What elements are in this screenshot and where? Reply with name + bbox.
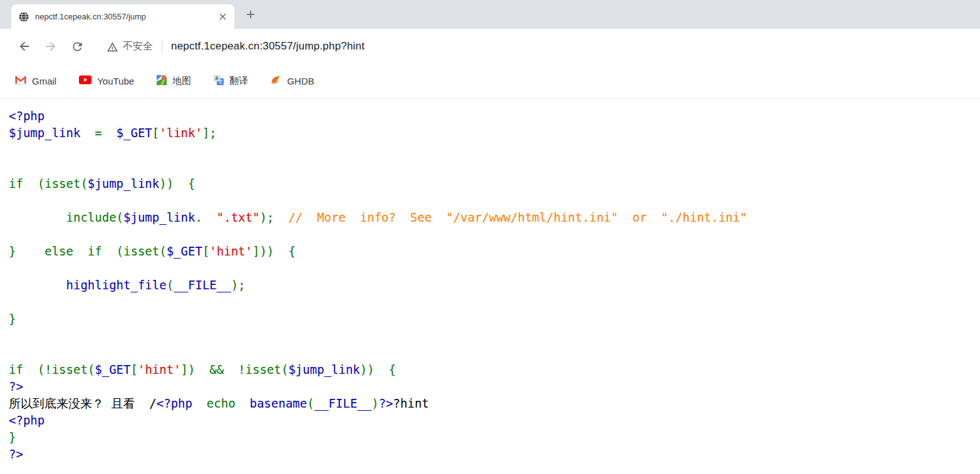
page-content: <?php$jump_link = $_GET['link']; if (iss…	[0, 99, 980, 463]
code-line	[9, 158, 980, 175]
bookmarks-bar: Gmail YouTube 地图	[0, 64, 980, 99]
browser-tab[interactable]: nepctf.1cepeak.cn:30557/jump	[11, 4, 234, 29]
code-line: ?>	[9, 446, 980, 463]
omnibox-separator	[162, 39, 162, 53]
code-line: }	[9, 311, 980, 327]
maps-icon	[157, 75, 167, 88]
gmail-icon	[15, 76, 26, 87]
ghdb-icon	[271, 75, 281, 87]
url-text: nepctf.1cepeak.cn:30557/jump.php?hint	[171, 40, 365, 53]
bookmark-label: Gmail	[32, 76, 56, 86]
bookmark-gmail[interactable]: Gmail	[15, 76, 56, 87]
code-line: if (isset($jump_link)) {	[9, 175, 980, 192]
bookmark-translate[interactable]: 翻译	[214, 75, 248, 88]
navigation-toolbar: 不安全 nepctf.1cepeak.cn:30557/jump.php?hin…	[0, 29, 980, 64]
translate-icon	[214, 75, 224, 88]
code-line: }	[9, 429, 980, 446]
reload-button[interactable]	[64, 33, 90, 59]
code-line	[9, 294, 980, 311]
tab-title: nepctf.1cepeak.cn:30557/jump	[35, 12, 217, 21]
bookmark-ghdb[interactable]: GHDB	[271, 75, 314, 87]
code-line: <?php	[9, 108, 980, 125]
code-line: include($jump_link. ".txt"); // More inf…	[9, 209, 980, 226]
code-line	[9, 260, 980, 277]
address-bar[interactable]: 不安全 nepctf.1cepeak.cn:30557/jump.php?hin…	[107, 39, 980, 53]
tab-strip: nepctf.1cepeak.cn:30557/jump	[0, 0, 980, 29]
bookmark-maps[interactable]: 地图	[157, 75, 191, 88]
youtube-icon	[79, 75, 91, 87]
code-line: <?php	[9, 412, 980, 429]
new-tab-button[interactable]	[242, 6, 259, 23]
globe-favicon-icon	[19, 12, 29, 22]
warning-triangle-icon	[107, 41, 118, 52]
code-line: ?>	[9, 378, 980, 395]
bookmark-label: YouTube	[97, 76, 134, 86]
code-line	[9, 142, 980, 158]
code-line	[9, 192, 980, 209]
code-line	[9, 327, 980, 344]
tab-close-icon[interactable]	[217, 11, 228, 23]
code-line: $jump_link = $_GET['link'];	[9, 125, 980, 142]
bookmark-label: 地图	[172, 75, 191, 87]
forward-button[interactable]	[38, 33, 64, 59]
bookmark-label: GHDB	[287, 76, 314, 86]
back-button[interactable]	[11, 33, 38, 59]
code-line	[9, 344, 980, 361]
security-label: 不安全	[123, 40, 153, 53]
code-line: highlight_file(__FILE__);	[9, 277, 980, 294]
bookmark-youtube[interactable]: YouTube	[79, 75, 134, 87]
code-line: } else if (isset($_GET['hint'])) {	[9, 243, 980, 260]
security-chip[interactable]: 不安全	[107, 40, 153, 53]
code-line: if (!isset($_GET['hint']) && !isset($jum…	[9, 361, 980, 378]
bookmark-label: 翻译	[229, 75, 248, 87]
code-line: 所以到底来没来？ 且看 /<?php echo basename(__FILE_…	[9, 395, 980, 412]
code-line	[9, 226, 980, 243]
php-source: <?php$jump_link = $_GET['link']; if (iss…	[9, 108, 980, 463]
